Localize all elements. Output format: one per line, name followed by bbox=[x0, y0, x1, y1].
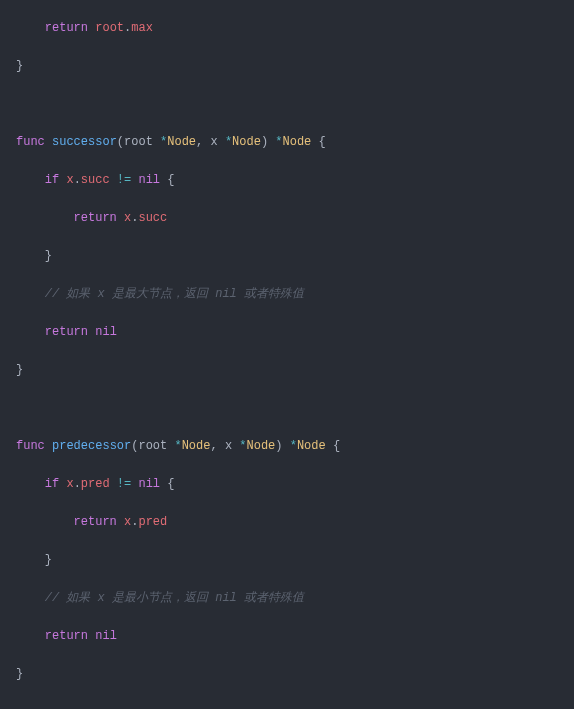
keyword-if: if bbox=[45, 173, 59, 187]
fn-successor: successor bbox=[52, 135, 117, 149]
code-line: } bbox=[16, 361, 574, 380]
code-line: return nil bbox=[16, 323, 574, 342]
code-line: // 如果 x 是最大节点，返回 nil 或者特殊值 bbox=[16, 285, 574, 304]
code-line: func predecessor(root *Node, x *Node) *N… bbox=[16, 437, 574, 456]
code-line: } bbox=[16, 247, 574, 266]
code-line bbox=[16, 399, 574, 418]
code-line: return root.max bbox=[16, 19, 574, 38]
code-line: return x.pred bbox=[16, 513, 574, 532]
code-editor[interactable]: return root.max } func successor(root *N… bbox=[0, 0, 574, 709]
code-line: return nil bbox=[16, 627, 574, 646]
code-line bbox=[16, 95, 574, 114]
code-line bbox=[16, 703, 574, 709]
comment: // 如果 x 是最小节点，返回 nil 或者特殊值 bbox=[45, 591, 304, 605]
code-line: if x.succ != nil { bbox=[16, 171, 574, 190]
code-line: return x.succ bbox=[16, 209, 574, 228]
code-line: } bbox=[16, 57, 574, 76]
keyword-func: func bbox=[16, 135, 45, 149]
code-line: // 如果 x 是最小节点，返回 nil 或者特殊值 bbox=[16, 589, 574, 608]
code-line: } bbox=[16, 551, 574, 570]
keyword-return: return bbox=[45, 21, 88, 35]
keyword-func: func bbox=[16, 439, 45, 453]
comment: // 如果 x 是最大节点，返回 nil 或者特殊值 bbox=[45, 287, 304, 301]
fn-predecessor: predecessor bbox=[52, 439, 131, 453]
code-line: if x.pred != nil { bbox=[16, 475, 574, 494]
code-line: } bbox=[16, 665, 574, 684]
code-line: func successor(root *Node, x *Node) *Nod… bbox=[16, 133, 574, 152]
